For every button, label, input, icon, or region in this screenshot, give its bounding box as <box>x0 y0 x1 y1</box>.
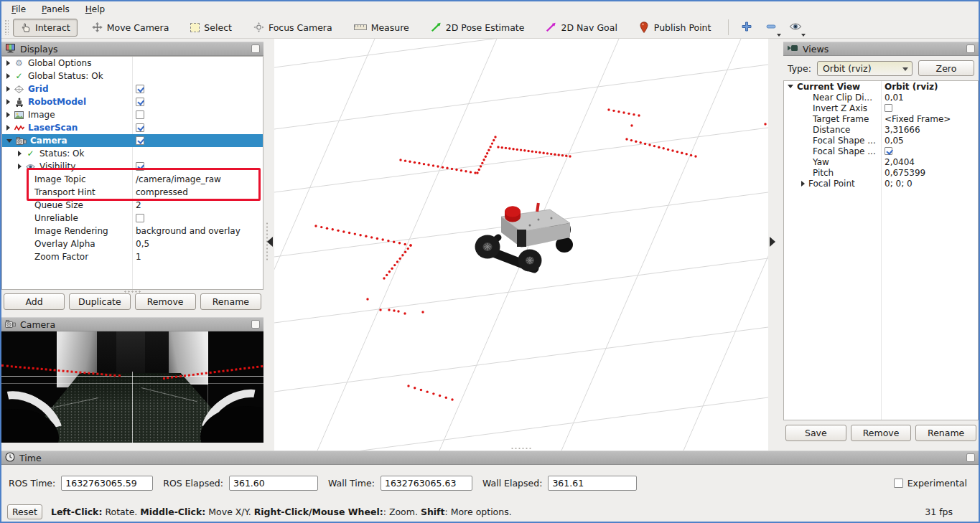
views-tree[interactable]: Current View Orbit (rviz) Near Clip Di..… <box>783 80 979 420</box>
select-tool-button[interactable]: Select <box>183 19 239 37</box>
tool-visibility-button[interactable] <box>785 18 806 37</box>
save-button[interactable]: Save <box>785 425 846 441</box>
property-row-transport-hint[interactable]: Transport Hint compressed <box>2 186 263 199</box>
property-value[interactable]: background and overlay <box>136 226 241 236</box>
view-row-focal-shape-size[interactable]: Focal Shape ... 0,05 <box>784 135 978 146</box>
focal-shape-checkbox[interactable] <box>885 147 892 155</box>
view-row-current-view[interactable]: Current View Orbit (rviz) <box>784 81 978 92</box>
zero-button[interactable]: Zero <box>918 60 974 76</box>
add-tool-button[interactable] <box>736 18 757 37</box>
rename-view-button[interactable]: Rename <box>915 425 976 441</box>
expand-arrow-icon[interactable] <box>18 164 22 169</box>
expand-arrow-icon[interactable] <box>801 181 805 187</box>
displays-tree[interactable]: ⚙ Global Options ✓ Global Status: Ok <box>1 56 263 290</box>
property-value[interactable]: 3,31666 <box>885 125 920 135</box>
property-row-image-topic[interactable]: Image Topic /camera/image_raw <box>2 173 263 186</box>
property-value[interactable]: compressed <box>136 187 188 197</box>
wall-elapsed-input[interactable] <box>548 476 637 491</box>
property-value[interactable]: 0; 0; 0 <box>885 179 913 189</box>
display-row-global-status[interactable]: ✓ Global Status: Ok <box>2 70 263 83</box>
panel-float-button[interactable] <box>251 320 260 329</box>
view-row-target-frame[interactable]: Target Frame <Fixed Frame> <box>784 113 978 124</box>
property-value[interactable]: 1 <box>136 252 141 262</box>
view-row-pitch[interactable]: Pitch 0,675399 <box>784 167 978 178</box>
unreliable-checkbox[interactable] <box>136 214 144 222</box>
expand-arrow-icon[interactable] <box>6 112 10 118</box>
add-button[interactable]: Add <box>4 293 65 310</box>
wall-time-input[interactable] <box>381 476 472 491</box>
expand-arrow-icon[interactable] <box>6 99 10 105</box>
remove-button[interactable]: Remove <box>135 293 196 310</box>
laserscan-enabled-checkbox[interactable] <box>136 123 144 132</box>
display-row-image[interactable]: Image <box>2 108 263 121</box>
ros-time-input[interactable] <box>61 476 153 491</box>
display-row-camera[interactable]: Camera <box>2 134 263 147</box>
pose-estimate-tool-button[interactable]: 2D Pose Estimate <box>424 18 532 37</box>
views-panel-header[interactable]: Views <box>783 42 979 56</box>
property-row-zoom-factor[interactable]: Zoom Factor 1 <box>2 250 263 263</box>
property-row-unreliable[interactable]: Unreliable <box>2 212 263 225</box>
panel-splitter-right[interactable] <box>768 39 783 451</box>
collapse-right-icon[interactable] <box>770 237 775 247</box>
viewport-bottom-handle[interactable] <box>510 447 532 450</box>
splitter-handle[interactable] <box>123 291 142 293</box>
reset-button[interactable]: Reset <box>7 504 42 519</box>
3d-viewport[interactable] <box>274 39 768 451</box>
view-row-near-clip[interactable]: Near Clip Di... 0,01 <box>784 92 978 103</box>
camera-enabled-checkbox[interactable] <box>136 136 144 145</box>
grid-enabled-checkbox[interactable] <box>136 85 144 93</box>
expand-arrow-icon[interactable] <box>6 125 10 131</box>
view-row-yaw[interactable]: Yaw 2,0404 <box>784 156 978 167</box>
remove-view-button[interactable]: Remove <box>851 425 912 441</box>
view-type-select[interactable]: Orbit (rviz) <box>817 61 913 76</box>
robotmodel-enabled-checkbox[interactable] <box>136 98 144 106</box>
property-row-overlay-alpha[interactable]: Overlay Alpha 0,5 <box>2 237 263 250</box>
property-value[interactable]: 0,5 <box>136 239 149 249</box>
move-camera-tool-button[interactable]: Move Camera <box>85 18 177 37</box>
panel-splitter-left[interactable] <box>263 39 274 451</box>
view-row-focal-point[interactable]: Focal Point 0; 0; 0 <box>784 178 978 189</box>
display-row-grid[interactable]: Grid <box>2 83 263 95</box>
toolbar-drag-handle[interactable] <box>4 19 9 35</box>
collapse-left-icon[interactable] <box>267 237 273 247</box>
measure-tool-button[interactable]: Measure <box>347 19 416 37</box>
invert-z-checkbox[interactable] <box>885 104 892 112</box>
display-row-camera-status[interactable]: ✓ Status: Ok <box>2 147 263 160</box>
display-row-global-options[interactable]: ⚙ Global Options <box>2 57 263 70</box>
expand-arrow-icon[interactable] <box>18 151 22 156</box>
interact-tool-button[interactable]: Interact <box>13 19 78 37</box>
image-enabled-checkbox[interactable] <box>136 110 144 119</box>
panel-float-button[interactable] <box>966 44 975 53</box>
camera-panel-header[interactable]: Camera <box>1 317 263 331</box>
visibility-checkbox[interactable] <box>136 162 144 171</box>
view-row-invert-z[interactable]: Invert Z Axis <box>784 103 978 113</box>
property-value[interactable]: 2,0404 <box>885 157 915 167</box>
expand-arrow-icon[interactable] <box>6 73 10 79</box>
nav-goal-tool-button[interactable]: 2D Nav Goal <box>538 18 624 37</box>
displays-panel-header[interactable]: Displays <box>1 42 263 56</box>
panel-float-button[interactable] <box>251 44 260 53</box>
view-row-distance[interactable]: Distance 3,31666 <box>784 124 978 135</box>
expand-arrow-icon[interactable] <box>6 86 10 92</box>
view-row-focal-shape-fixed[interactable]: Focal Shape ... <box>784 146 978 156</box>
expand-arrow-icon[interactable] <box>6 60 10 66</box>
rename-button[interactable]: Rename <box>200 293 261 310</box>
focus-camera-tool-button[interactable]: Focus Camera <box>246 18 340 37</box>
menu-panels[interactable]: Panels <box>39 3 73 16</box>
display-row-visibility[interactable]: Visibility <box>2 160 263 173</box>
collapse-arrow-icon[interactable] <box>788 85 793 88</box>
remove-tool-button[interactable] <box>760 18 782 37</box>
display-row-laserscan[interactable]: LaserScan <box>2 121 263 134</box>
property-value[interactable]: <Fixed Frame> <box>885 114 951 124</box>
display-row-robotmodel[interactable]: RobotModel <box>2 95 263 108</box>
panel-float-button[interactable] <box>966 453 975 462</box>
menu-file[interactable]: File <box>9 3 29 16</box>
experimental-checkbox[interactable] <box>894 479 903 488</box>
property-row-queue-size[interactable]: Queue Size 2 <box>2 199 263 212</box>
property-value[interactable]: 0,675399 <box>885 168 925 178</box>
time-panel-header[interactable]: Time <box>1 451 979 465</box>
publish-point-tool-button[interactable]: Publish Point <box>632 18 719 37</box>
duplicate-button[interactable]: Duplicate <box>69 293 130 310</box>
menu-help[interactable]: Help <box>83 3 108 16</box>
property-value[interactable]: 0,05 <box>885 136 904 146</box>
